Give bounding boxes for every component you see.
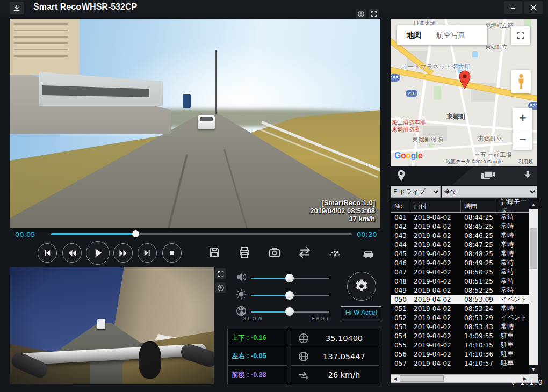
version-label: v 1.1.0 — [497, 378, 543, 387]
table-row[interactable]: 0532019-04-0208:53:43常時 — [391, 322, 529, 331]
column-header[interactable]: 日付 — [410, 200, 461, 212]
gauge-icon[interactable] — [327, 245, 342, 260]
table-row[interactable]: 0552019-04-0214:10:15駐車 — [391, 340, 529, 350]
map-label: 尾三消防本部 — [392, 119, 426, 125]
table-row[interactable]: 0412019-04-0208:44:25常時 — [391, 213, 529, 222]
gps-panel: 35.10400 137.05447 26 km/h — [291, 329, 379, 384]
table-row[interactable]: 0452019-04-0208:48:25常時 — [391, 249, 529, 258]
column-header[interactable]: No. — [391, 200, 410, 212]
table-row[interactable]: 0542019-04-0214:09:55駐車 — [391, 331, 529, 340]
speed-icon — [298, 369, 309, 381]
gsensor-leftright: 左右 : -0.05 — [228, 347, 287, 366]
table-row[interactable]: 0502019-04-0208:53:09イベント — [391, 295, 529, 304]
brightness-icon — [235, 288, 247, 300]
playback-speed-slider[interactable] — [251, 311, 329, 313]
timeline-track[interactable] — [51, 233, 352, 235]
table-row[interactable]: 0442019-04-0208:47:25常時 — [391, 240, 529, 249]
pegman-icon[interactable] — [511, 70, 531, 93]
download-icon[interactable] — [10, 2, 24, 14]
google-logo[interactable]: Google — [394, 151, 422, 161]
horizontal-scroll-thumb[interactable] — [400, 375, 444, 382]
table-row[interactable]: 0512019-04-0208:53:24常時 — [391, 304, 529, 313]
hw-accel-button[interactable]: H/ W Accel — [341, 306, 381, 318]
latitude-globe-icon — [298, 332, 309, 344]
swap-camera-icon[interactable] — [297, 245, 312, 260]
rear-video-fullscreen-icon[interactable] — [215, 268, 226, 279]
car-icon[interactable] — [360, 245, 376, 260]
satellite-tab[interactable]: 航空写真 — [436, 31, 465, 40]
gsensor-frontback: 前後 : -0.38 — [228, 366, 287, 384]
rear-video[interactable] — [10, 267, 214, 384]
table-row[interactable]: 0482019-04-0208:51:25常時 — [391, 277, 529, 286]
map-label: 東郷消防署 — [392, 126, 420, 132]
brightness-thumb[interactable] — [285, 291, 294, 300]
app-title-brand: Smart Reco — [33, 2, 81, 12]
table-row[interactable]: 0492019-04-0208:52:25常時 — [391, 286, 529, 295]
gear-icon — [354, 278, 370, 294]
timeline-thumb[interactable] — [132, 230, 139, 237]
scroll-down-icon[interactable]: ▼ — [529, 365, 538, 374]
map-label: 東郷町立高 — [485, 22, 514, 30]
zoom-out-button[interactable]: − — [513, 129, 532, 150]
latitude-value: 35.10400 — [309, 334, 379, 343]
close-button[interactable] — [524, 1, 543, 14]
column-header[interactable]: 記録モード — [497, 200, 529, 212]
settings-button[interactable] — [347, 272, 376, 301]
fast-label: FAST — [312, 316, 330, 321]
zoom-in-button[interactable]: + — [513, 108, 532, 129]
volume-thumb[interactable] — [285, 274, 294, 282]
save-icon[interactable] — [207, 245, 222, 260]
rewind-button[interactable] — [62, 243, 82, 263]
map-canvas[interactable]: 日進東郷 東郷町立高 東郷町立 オートプラネット名古屋 東郷町 尾三消防本部 東… — [391, 19, 537, 166]
map-marker-icon — [458, 70, 471, 90]
column-header[interactable]: 時間 — [461, 200, 497, 212]
gsensor-panel: 上下 : -0.16 左右 : -0.05 前後 : -0.38 — [227, 329, 287, 384]
rear-video-zoom-icon[interactable] — [215, 282, 226, 293]
video-fullscreen-icon[interactable] — [369, 9, 379, 19]
table-row[interactable]: 0572019-04-0214:10:57駐車 — [391, 359, 529, 366]
stop-button[interactable] — [162, 243, 182, 263]
minimize-button[interactable] — [504, 1, 522, 14]
table-row[interactable]: 0422019-04-0208:45:25常時 — [391, 222, 529, 231]
table-row[interactable]: 0432019-04-0208:46:25常時 — [391, 231, 529, 240]
table-row[interactable]: 0522019-04-0208:53:29イベント — [391, 313, 529, 322]
map-tab[interactable]: 地図 — [407, 31, 421, 40]
print-icon[interactable] — [237, 245, 252, 260]
location-pin-icon[interactable] — [397, 170, 406, 182]
speed-value: 26 km/h — [309, 371, 379, 379]
route-badge: 218 — [406, 90, 417, 97]
scroll-up-icon[interactable]: ▲ — [529, 200, 538, 209]
table-row[interactable]: 0562019-04-0214:10:36駐車 — [391, 350, 529, 359]
vertical-scrollbar[interactable]: ▲ ▼ — [529, 200, 538, 374]
map-attribution: 地図データ ©2019 Google — [446, 158, 503, 165]
play-button[interactable] — [86, 241, 110, 265]
map-label: 東郷町立 — [485, 43, 508, 51]
map-label: 東郷町立 — [478, 135, 502, 143]
video-overlay-text: [SmartReco:1.0] 2019/04/02 08:53:08 37 k… — [310, 199, 375, 223]
scroll-left-icon[interactable]: ◀ — [391, 375, 399, 382]
map-fullscreen-button[interactable] — [511, 26, 530, 45]
longitude-value: 137.05447 — [309, 352, 379, 361]
camera-capture-icon[interactable] — [267, 245, 282, 260]
video-files-icon[interactable] — [481, 171, 495, 182]
gsensor-updown: 上下 : -0.16 — [228, 329, 287, 347]
drive-select[interactable]: F ドライブ — [391, 186, 441, 198]
recording-table: No.日付時間記録モード 0412019-04-0208:44:25常時0422… — [391, 200, 538, 383]
filter-select[interactable]: 全て — [442, 186, 537, 198]
main-video[interactable]: [SmartReco:1.0] 2019/04/02 08:53:08 37 k… — [10, 19, 380, 228]
table-row[interactable]: 0472019-04-0208:50:25常時 — [391, 267, 529, 277]
video-zoom-icon[interactable] — [356, 9, 366, 19]
map-toolbar — [391, 167, 537, 185]
vertical-scroll-thumb[interactable] — [530, 228, 537, 269]
skip-start-button[interactable] — [38, 243, 57, 263]
volume-slider[interactable] — [251, 278, 329, 279]
playback-speed-thumb[interactable] — [285, 307, 294, 316]
brightness-slider[interactable] — [251, 295, 329, 296]
recording-table-body: 0412019-04-0208:44:25常時0422019-04-0208:4… — [391, 213, 529, 366]
fast-forward-button[interactable] — [113, 243, 133, 263]
table-row[interactable]: 0462019-04-0208:49:25常時 — [391, 258, 529, 267]
map-zoom-control: + − — [513, 108, 532, 150]
skip-end-button[interactable] — [138, 243, 157, 263]
map-terms-link[interactable]: 利用規約 — [518, 158, 537, 166]
export-download-icon[interactable] — [523, 170, 532, 180]
